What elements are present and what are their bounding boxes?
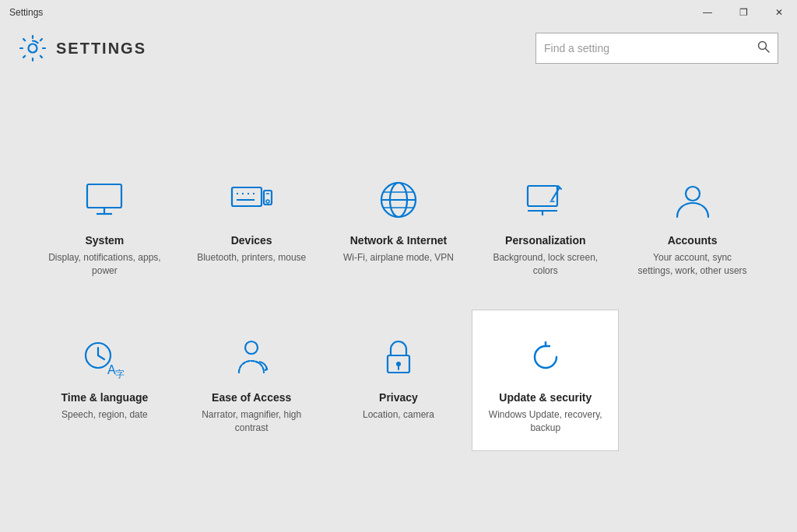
settings-item-time[interactable]: A 字 Time & language Speech, region, date [31, 310, 178, 451]
header-left: SETTINGS [19, 34, 146, 62]
svg-line-29 [98, 355, 104, 359]
svg-point-32 [245, 341, 258, 354]
personalization-name: Personalization [505, 234, 585, 247]
settings-grid: System Display, notifications, apps, pow… [31, 152, 766, 450]
update-desc: Windows Update, recovery, backup [488, 408, 602, 435]
ease-desc: Narrator, magnifier, high contrast [195, 408, 309, 435]
settings-item-ease[interactable]: Ease of Access Narrator, magnifier, high… [178, 310, 325, 451]
titlebar-controls: — ❐ ✕ [690, 0, 797, 25]
time-desc: Speech, region, date [61, 408, 148, 422]
time-icon: A 字 [81, 334, 128, 380]
settings-item-accounts[interactable]: Accounts Your account, sync settings, wo… [619, 152, 766, 294]
svg-point-0 [29, 44, 37, 53]
settings-item-system[interactable]: System Display, notifications, apps, pow… [31, 152, 178, 294]
privacy-icon [375, 334, 422, 380]
settings-item-network[interactable]: Network & Internet Wi-Fi, airplane mode,… [325, 152, 472, 294]
network-desc: Wi-Fi, airplane mode, VPN [343, 251, 454, 264]
svg-rect-3 [87, 184, 121, 208]
row-gap [31, 294, 766, 310]
personalization-icon [522, 177, 569, 223]
svg-text:字: 字 [115, 369, 125, 380]
search-box[interactable] [535, 33, 778, 64]
svg-point-26 [686, 187, 700, 201]
ease-name: Ease of Access [212, 391, 291, 404]
system-icon [81, 177, 128, 223]
network-icon [375, 177, 422, 223]
titlebar: Settings — ❐ ✕ [0, 0, 797, 25]
svg-line-23 [552, 187, 560, 200]
network-name: Network & Internet [350, 234, 447, 247]
settings-item-devices[interactable]: Devices Bluetooth, printers, mouse [178, 152, 325, 294]
system-name: System [85, 234, 124, 247]
personalization-desc: Background, lock screen, colors [488, 251, 602, 278]
accounts-icon [669, 177, 716, 223]
svg-rect-20 [528, 186, 557, 206]
search-input[interactable] [544, 42, 757, 54]
gear-icon [19, 34, 47, 62]
privacy-name: Privacy [379, 391, 418, 404]
devices-desc: Bluetooth, printers, mouse [197, 251, 306, 264]
privacy-desc: Location, camera [363, 408, 434, 422]
svg-rect-6 [232, 187, 262, 206]
close-button[interactable]: ✕ [761, 0, 797, 25]
settings-item-privacy[interactable]: Privacy Location, camera [325, 310, 472, 451]
settings-item-personalization[interactable]: Personalization Background, lock screen,… [472, 152, 619, 294]
titlebar-title: Settings [9, 7, 43, 18]
devices-icon [228, 177, 275, 223]
header: SETTINGS [0, 25, 797, 72]
devices-name: Devices [231, 234, 272, 247]
header-title: SETTINGS [56, 40, 146, 58]
minimize-button[interactable]: — [690, 0, 725, 25]
ease-icon [228, 334, 275, 380]
search-icon[interactable] [757, 40, 770, 56]
svg-line-2 [766, 49, 770, 53]
accounts-desc: Your account, sync settings, work, other… [635, 251, 750, 278]
main-content: System Display, notifications, apps, pow… [0, 72, 797, 532]
settings-item-update[interactable]: Update & security Windows Update, recove… [472, 310, 619, 451]
system-desc: Display, notifications, apps, power [47, 251, 162, 278]
update-icon [522, 334, 569, 380]
time-name: Time & language [61, 391, 149, 404]
svg-point-13 [266, 200, 269, 203]
maximize-button[interactable]: ❐ [725, 0, 761, 25]
accounts-name: Accounts [668, 234, 718, 247]
update-name: Update & security [499, 391, 592, 404]
